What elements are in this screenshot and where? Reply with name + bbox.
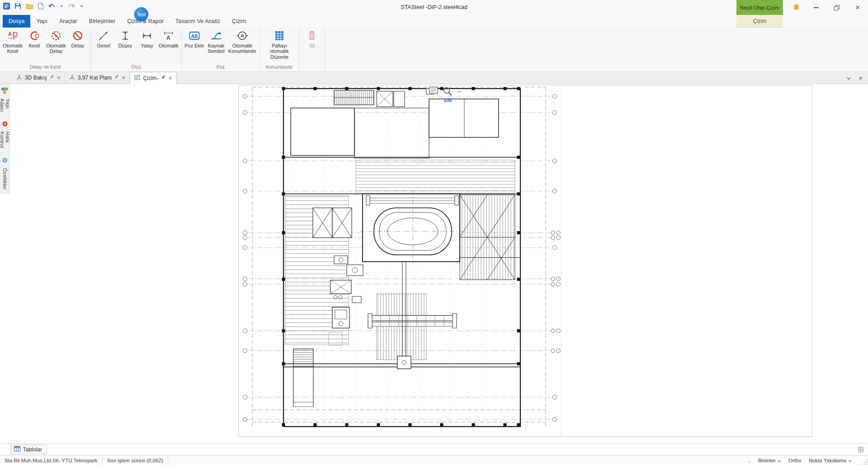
- dusey-olcu-icon: [119, 30, 131, 42]
- sil-button[interactable]: Sil: [301, 28, 323, 49]
- snap-toggle[interactable]: Nokta Yakalama: [809, 458, 852, 463]
- button-label: Otomatik: [159, 43, 179, 48]
- svg-text:A: A: [166, 35, 170, 41]
- poz-ekle-icon: AB: [189, 30, 200, 42]
- undo-dropdown-icon[interactable]: [60, 5, 63, 7]
- button-label: Kesit: [29, 43, 40, 48]
- close-button[interactable]: ×: [847, 0, 868, 15]
- contextual-group-header: Seçili Obje-Çizim: [736, 0, 783, 15]
- otomatik-detay-button[interactable]: Otomatik Detay: [45, 28, 67, 55]
- drawing-canvas[interactable]: 100: [10, 84, 868, 443]
- poz-ekle-button[interactable]: AB Poz Ekle: [184, 28, 205, 49]
- statusbar-prefix: ..: [748, 458, 751, 463]
- units-toggle[interactable]: Birimler: [758, 458, 781, 463]
- ribbon-tab-tasarim-analiz[interactable]: Tasarım Ve Analiz: [170, 15, 226, 28]
- tables-button-label: Tablolar: [23, 446, 42, 453]
- drawing-sheet-icon: [134, 75, 140, 82]
- left-panel-strip: Yapı Ağacı Hata Kontrol Özellikler: [0, 84, 10, 193]
- dusey-olcu-button[interactable]: Düşey: [114, 28, 136, 49]
- tree-icon: [2, 88, 8, 94]
- group-label-konumlandir: Konumlandır: [262, 64, 297, 71]
- otomatik-kesit-icon: A: [7, 30, 19, 42]
- genel-olcu-button[interactable]: Genel: [93, 28, 114, 49]
- bell-icon[interactable]: [793, 4, 800, 13]
- ribbon-group-konumlandir: Paftayı otomatik Düzenle Konumlandır: [260, 28, 299, 71]
- close-tab-icon[interactable]: ×: [168, 75, 172, 81]
- yatay-olcu-button[interactable]: Yatay: [136, 28, 158, 49]
- pin-icon[interactable]: [161, 75, 165, 81]
- view3d-icon: [16, 74, 22, 81]
- app-header: STASteel -DiP-2.steel4cad × Seçili Obje-…: [0, 0, 868, 28]
- redo-icon[interactable]: [68, 3, 75, 9]
- restore-button[interactable]: [826, 0, 847, 15]
- close-document-icon[interactable]: ×: [859, 75, 863, 82]
- ribbon-tab-araclar[interactable]: Araçlar: [53, 15, 83, 28]
- ortho-toggle[interactable]: Ortho: [788, 458, 802, 463]
- doc-tab-kat-plani[interactable]: 3,97 Kat Planı ×: [65, 72, 130, 84]
- chevron-down-icon: [848, 458, 852, 463]
- button-label: Otomatik Kesit: [3, 43, 23, 54]
- document-tabbar: 3D Bakış × 3,97 Kat Planı × Çizim- ×: [0, 72, 868, 84]
- svg-text:A: A: [8, 31, 12, 37]
- sil-trash-icon: [306, 30, 318, 42]
- company-info: Sta Bil.Muh.Mus.Ltd.Sti.-YTU Teknopark: [0, 456, 103, 465]
- button-label: Genel: [97, 43, 110, 48]
- ribbon-tab-birlesimler[interactable]: Birleşimler: [83, 15, 121, 28]
- contextual-tab-cizim[interactable]: Çizim: [736, 15, 783, 28]
- panel-tab-hata-kontrol[interactable]: Hata Kontrol: [0, 132, 10, 152]
- button-label: Sil: [309, 43, 315, 48]
- panel-tab-yapi-agaci[interactable]: Yapı Ağacı: [0, 99, 10, 116]
- ribbon-group-sil: Sil: [299, 28, 325, 71]
- ribbon-group-olcu: Genel Düşey Yatay A Otomatik Ölçü: [91, 28, 182, 71]
- qat-dropdown-icon[interactable]: [80, 5, 83, 7]
- zoom-dropdown-dash[interactable]: [457, 91, 462, 92]
- tables-strip: Tablolar: [0, 443, 868, 455]
- new-icon[interactable]: [38, 3, 43, 9]
- floor-plan-drawing: [238, 85, 812, 437]
- last-operation-time: Son işlem süresi (0,062): [103, 456, 168, 465]
- app-icon[interactable]: [3, 3, 10, 9]
- button-label: Otomatik Konumlandır: [228, 43, 257, 54]
- close-tab-icon[interactable]: ×: [57, 75, 61, 81]
- close-icon: ×: [855, 4, 859, 11]
- otomatik-konumlandir-button[interactable]: A Otomatik Konumlandır: [227, 28, 258, 55]
- paftayi-otomatik-duzenle-button[interactable]: Paftayı otomatik Düzenle: [262, 28, 297, 61]
- button-label: Detay: [71, 43, 85, 48]
- close-tab-icon[interactable]: ×: [122, 75, 125, 81]
- otomatik-kesit-button[interactable]: A Otomatik Kesit: [2, 28, 24, 55]
- zoom-level: 100: [443, 98, 452, 103]
- ribbon-tab-yapi[interactable]: Yapı: [30, 15, 53, 28]
- group-label-empty: [301, 64, 323, 71]
- tab-list-chevron-icon[interactable]: [847, 75, 851, 81]
- kesit-icon: [28, 30, 40, 42]
- ortho-label: Ortho: [788, 458, 802, 463]
- layout-grid-icon[interactable]: [858, 447, 863, 452]
- ribbon-tab-dosya[interactable]: Dosya: [3, 15, 30, 28]
- ribbon-tab-row: Dosya Yapı Araçlar Birleşimler Çizim & R…: [0, 15, 252, 28]
- kaynak-sembol-button[interactable]: Kaynak Sembol: [205, 28, 227, 55]
- button-label: Yatay: [141, 43, 153, 48]
- detay-button[interactable]: Detay: [67, 28, 89, 49]
- statusbar-right: .. Birimler Ortho Nokta Yakalama: [748, 458, 868, 463]
- panel-tab-ozellikler[interactable]: Özellikler: [2, 168, 8, 190]
- group-label-poz: Poz: [184, 64, 258, 71]
- save-icon[interactable]: [14, 3, 21, 9]
- open-icon[interactable]: [26, 3, 33, 9]
- tables-button[interactable]: Tablolar: [11, 445, 47, 454]
- pin-icon[interactable]: [50, 75, 54, 81]
- undo-icon[interactable]: [48, 3, 56, 9]
- zoom-icon[interactable]: [443, 86, 453, 98]
- doc-tab-cizim[interactable]: Çizim- ×: [130, 72, 176, 84]
- pin-icon[interactable]: [114, 75, 119, 81]
- kesit-button[interactable]: Kesit: [24, 28, 45, 49]
- tabbar-controls: ×: [847, 72, 863, 84]
- doc-tab-3d-bakis[interactable]: 3D Bakış ×: [12, 72, 65, 84]
- sheet-layout-icon[interactable]: [426, 86, 438, 98]
- test-badge: Test: [134, 7, 148, 21]
- view3d-icon: [69, 74, 75, 81]
- otomatik-olcu-button[interactable]: A Otomatik: [158, 28, 179, 49]
- button-label: Düşey: [118, 43, 132, 48]
- minimize-button[interactable]: [806, 0, 826, 15]
- svg-text:A: A: [241, 33, 244, 38]
- ribbon-tab-cizim[interactable]: Çizim: [226, 15, 252, 28]
